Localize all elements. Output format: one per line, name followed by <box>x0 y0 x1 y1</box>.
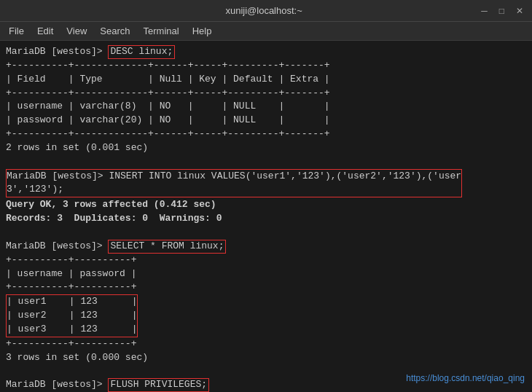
flush-command-box: FLUSH PRIVILEGES; <box>108 378 209 392</box>
table-line: +----------+----------+ <box>6 254 526 267</box>
prompt: MariaDB [westos]> <box>6 46 108 57</box>
prompt: MariaDB [westos]> <box>6 240 108 251</box>
command-text: INSERT INTO linux VALUES('user1','123'),… <box>109 170 461 181</box>
table-row: | user3 | 123 | <box>7 323 137 337</box>
terminal-line: MariaDB [westos]> DESC linux; <box>6 45 526 59</box>
blank-line <box>6 226 526 240</box>
result-line: 2 rows in set (0.001 sec) <box>6 141 526 155</box>
table-row: | user2 | 123 | <box>7 309 137 323</box>
terminal-line: MariaDB [westos]> SELECT * FROM linux; <box>6 240 526 254</box>
prompt: MariaDB [westos]> <box>6 379 108 390</box>
table-line: +----------+-------------+------+-----+-… <box>6 59 526 73</box>
table-row: | user1 | 123 | <box>7 295 137 309</box>
select-command-box: SELECT * FROM linux; <box>108 240 226 254</box>
table-line: | Field | Type | Null | Key | Default | … <box>6 73 526 87</box>
table-line: | password | varchar(20) | NO | | NULL |… <box>6 114 526 128</box>
result-line: 3 rows in set (0.000 sec) <box>6 351 526 365</box>
insert-command-box: MariaDB [westos]> INSERT INTO linux VALU… <box>6 169 462 198</box>
menu-item-view[interactable]: View <box>60 24 93 38</box>
query-ok-line: Query OK, 3 rows affected (0.412 sec) <box>6 198 526 212</box>
terminal-line: 3','123'); <box>7 183 461 197</box>
records-line: Records: 3 Duplicates: 0 Warnings: 0 <box>6 212 526 226</box>
watermark-link: https://blog.csdn.net/qiao_qing <box>406 373 525 383</box>
titlebar-title: xuniji@localhost:~ <box>50 5 478 16</box>
table-line: | username | varchar(8) | NO | | NULL | … <box>6 100 526 114</box>
table-line: +----------+-------------+------+-----+-… <box>6 87 526 101</box>
command-text-cont: 3','123'); <box>7 184 63 195</box>
prompt: MariaDB [westos]> <box>7 170 109 181</box>
menu-item-search[interactable]: Search <box>94 24 136 38</box>
table-line: +----------+-------------+------+-----+-… <box>6 128 526 141</box>
terminal-line: MariaDB [westos]> INSERT INTO linux VALU… <box>7 170 461 184</box>
titlebar: xuniji@localhost:~ ─ □ ✕ <box>0 0 532 22</box>
menu-item-terminal[interactable]: Terminal <box>138 24 185 38</box>
maximize-button[interactable]: □ <box>496 6 507 16</box>
command-box: DESC linux; <box>108 45 175 59</box>
menu-item-file[interactable]: File <box>3 24 30 38</box>
blank-line <box>6 155 526 169</box>
table-header: | username | password | <box>6 267 526 281</box>
data-rows-box: | user1 | 123 | | user2 | 123 | | user3 … <box>6 294 138 337</box>
terminal: MariaDB [westos]> DESC linux; +---------… <box>0 41 532 392</box>
table-line: +----------+----------+ <box>6 281 526 294</box>
table-line: +----------+----------+ <box>6 337 526 351</box>
menubar: FileEditViewSearchTerminalHelp <box>0 22 532 41</box>
menu-item-edit[interactable]: Edit <box>31 24 59 38</box>
minimize-button[interactable]: ─ <box>478 6 490 16</box>
close-button[interactable]: ✕ <box>513 6 526 16</box>
menu-item-help[interactable]: Help <box>187 24 218 38</box>
titlebar-controls: ─ □ ✕ <box>478 6 526 16</box>
